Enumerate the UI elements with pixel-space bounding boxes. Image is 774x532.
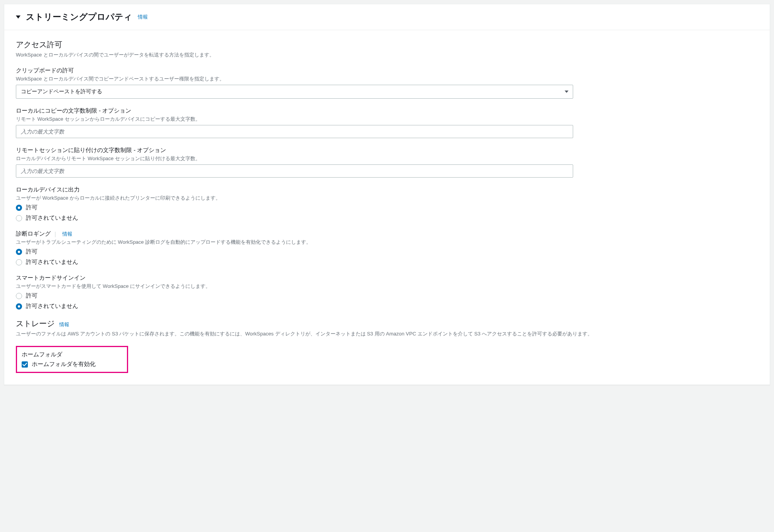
panel-header[interactable]: ストリーミングプロパティ 情報 (4, 4, 770, 30)
paste-limit-group: リモートセッションに貼り付けの文字数制限 - オプション ローカルデバイスからリ… (16, 147, 758, 178)
radio-selected-icon (16, 249, 22, 255)
clipboard-hint: WorkSpace とローカルデバイス間でコピーアンドペーストするユーザー権限を… (16, 75, 758, 82)
diagnostics-radio-group: 許可 許可されていません (16, 248, 758, 266)
smartcard-group: スマートカードサインイン ユーザーがスマートカードを使用して WorkSpace… (16, 274, 758, 310)
radio-unselected-icon (16, 293, 22, 299)
smartcard-allow-label: 許可 (26, 292, 38, 299)
diagnostics-allow-label: 許可 (26, 248, 38, 255)
smartcard-label: スマートカードサインイン (16, 274, 758, 282)
smartcard-deny-label: 許可されていません (26, 303, 78, 310)
check-icon (22, 362, 27, 367)
paste-limit-input[interactable] (16, 164, 573, 178)
storage-title: ストレージ (16, 318, 55, 329)
diagnostics-label: 診断ロギング (16, 230, 51, 238)
info-link[interactable]: 情報 (138, 14, 148, 21)
divider-icon: | (55, 231, 56, 237)
smartcard-radio-group: 許可 許可されていません (16, 292, 758, 310)
access-section-title: アクセス許可 (16, 39, 758, 50)
streaming-properties-panel: ストリーミングプロパティ 情報 アクセス許可 WorkSpace とローカルデバ… (4, 4, 770, 385)
radio-unselected-icon (16, 259, 22, 265)
home-folder-checkbox-label: ホームフォルダを有効化 (32, 361, 96, 368)
copy-limit-group: ローカルにコピーの文字数制限 - オプション リモート WorkSpace セッ… (16, 107, 758, 138)
local-print-deny-label: 許可されていません (26, 214, 78, 222)
clipboard-select-wrapper: コピーアンドペーストを許可する (16, 85, 573, 99)
home-folder-checkbox[interactable] (22, 361, 28, 368)
diagnostics-deny-radio[interactable]: 許可されていません (16, 258, 758, 266)
copy-limit-hint: リモート WorkSpace セッションからローカルデバイスにコピーする最大文字… (16, 116, 758, 123)
clipboard-label: クリップボードの許可 (16, 67, 758, 74)
smartcard-allow-radio[interactable]: 許可 (16, 292, 758, 299)
home-folder-checkbox-row[interactable]: ホームフォルダを有効化 (22, 361, 122, 368)
local-print-label: ローカルデバイスに出力 (16, 186, 758, 193)
panel-title: ストリーミングプロパティ (26, 11, 132, 23)
paste-limit-hint: ローカルデバイスからリモート WorkSpace セッションに貼り付ける最大文字… (16, 155, 758, 162)
clipboard-group: クリップボードの許可 WorkSpace とローカルデバイス間でコピーアンドペー… (16, 67, 758, 99)
local-print-hint: ユーザーが WorkSpace からローカルに接続されたプリンターに印刷できるよ… (16, 195, 758, 202)
local-print-allow-label: 許可 (26, 204, 38, 211)
diagnostics-info-link[interactable]: 情報 (62, 231, 72, 238)
copy-limit-label: ローカルにコピーの文字数制限 - オプション (16, 107, 758, 115)
home-folder-label: ホームフォルダ (22, 351, 122, 358)
radio-selected-icon (16, 205, 22, 211)
diagnostics-hint: ユーザーがトラブルシューティングのために WorkSpace 診断ログを自動的に… (16, 239, 758, 246)
local-print-group: ローカルデバイスに出力 ユーザーが WorkSpace からローカルに接続された… (16, 186, 758, 222)
local-print-radio-group: 許可 許可されていません (16, 204, 758, 222)
home-folder-highlight: ホームフォルダ ホームフォルダを有効化 (16, 346, 128, 373)
radio-unselected-icon (16, 215, 22, 221)
access-section-desc: WorkSpace とローカルデバイスの間でユーザーがデータを転送する方法を指定… (16, 51, 758, 58)
copy-limit-input[interactable] (16, 125, 573, 138)
storage-desc: ユーザーのファイルは AWS アカウントの S3 バケットに保存されます。この機… (16, 330, 758, 337)
smartcard-hint: ユーザーがスマートカードを使用して WorkSpace にサインインできるように… (16, 283, 758, 290)
storage-section-header: ストレージ 情報 (16, 318, 758, 329)
panel-body: アクセス許可 WorkSpace とローカルデバイスの間でユーザーがデータを転送… (4, 30, 770, 385)
diagnostics-group: 診断ロギング | 情報 ユーザーがトラブルシューティングのために WorkSpa… (16, 230, 758, 266)
smartcard-deny-radio[interactable]: 許可されていません (16, 303, 758, 310)
diagnostics-allow-radio[interactable]: 許可 (16, 248, 758, 255)
local-print-deny-radio[interactable]: 許可されていません (16, 214, 758, 222)
collapse-caret-icon[interactable] (16, 15, 21, 19)
paste-limit-label: リモートセッションに貼り付けの文字数制限 - オプション (16, 147, 758, 154)
local-print-allow-radio[interactable]: 許可 (16, 204, 758, 211)
diagnostics-deny-label: 許可されていません (26, 258, 78, 266)
clipboard-select[interactable]: コピーアンドペーストを許可する (16, 85, 573, 99)
radio-selected-icon (16, 303, 22, 310)
storage-info-link[interactable]: 情報 (59, 321, 69, 328)
